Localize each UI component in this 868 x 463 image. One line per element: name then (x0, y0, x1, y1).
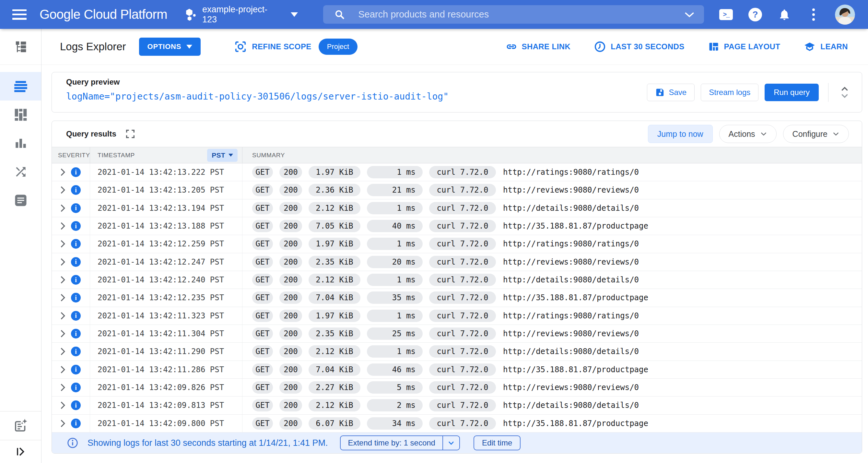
table-row[interactable]: i 2021-01-14 13:42:11.290 PST GET 200 2.… (52, 343, 862, 361)
sidebar-item-release-notes[interactable] (0, 411, 41, 440)
table-row[interactable]: i 2021-01-14 13:42:11.323 PST GET 200 1.… (52, 307, 862, 325)
sidebar-item-histogram[interactable] (0, 129, 41, 158)
status-badge: 200 (279, 364, 302, 376)
status-badge: 200 (279, 310, 302, 322)
actions-button[interactable]: Actions (719, 125, 777, 143)
expand-row-chevron-icon[interactable] (59, 419, 66, 428)
expand-row-chevron-icon[interactable] (59, 222, 66, 230)
expand-panel-icon[interactable] (0, 440, 41, 463)
search-bar[interactable]: Search products and resources (323, 5, 704, 24)
table-row[interactable]: i 2021-01-14 13:42:12.247 PST GET 200 2.… (52, 253, 862, 271)
table-row[interactable]: i 2021-01-14 13:42:09.800 PST GET 200 6.… (52, 415, 862, 433)
sidebar-item-logs[interactable] (0, 72, 41, 100)
brand-logo[interactable]: Google Cloud Platform (39, 7, 167, 22)
learn-button[interactable]: LEARN (804, 40, 848, 53)
cloud-shell-button[interactable]: >_ (719, 7, 733, 22)
table-row[interactable]: i 2021-01-14 13:42:09.813 PST GET 200 2.… (52, 397, 862, 414)
table-row[interactable]: i 2021-01-14 13:42:13.205 PST GET 200 2.… (52, 181, 862, 199)
extend-time-button[interactable]: Extend time by: 1 second (340, 435, 460, 450)
page-title: Logs Explorer (60, 40, 126, 53)
table-row[interactable]: i 2021-01-14 13:42:12.240 PST GET 200 2.… (52, 271, 862, 289)
histogram-icon (14, 136, 28, 150)
options-button[interactable]: OPTIONS (139, 38, 201, 56)
latency-badge: 1 ms (367, 345, 423, 358)
expand-row-chevron-icon[interactable] (59, 294, 66, 302)
method-badge: GET (252, 238, 273, 250)
expand-row-chevron-icon[interactable] (59, 186, 66, 194)
user-agent-badge: curl 7.72.0 (429, 417, 496, 430)
run-query-button[interactable]: Run query (765, 84, 819, 101)
scope-badge[interactable]: Project (319, 38, 358, 55)
table-row[interactable]: i 2021-01-14 13:42:09.826 PST GET 200 2.… (52, 379, 862, 397)
request-url: http://ratings:9080/ratings/0 (503, 239, 639, 248)
avatar[interactable] (835, 4, 855, 25)
extend-time-dropdown[interactable] (442, 436, 459, 450)
log-timestamp: 2021-01-14 13:42:13.194 PST (90, 199, 243, 217)
status-badge: 200 (279, 328, 302, 340)
severity-info-icon: i (71, 382, 81, 392)
more-options-button[interactable] (806, 7, 821, 22)
footer-message: Showing logs for last 30 seconds startin… (88, 438, 328, 448)
request-url: http://reviews:9080/reviews/0 (503, 257, 639, 267)
method-badge: GET (252, 310, 273, 322)
table-row[interactable]: i 2021-01-14 13:42:11.286 PST GET 200 7.… (52, 361, 862, 379)
fullscreen-icon[interactable] (125, 128, 136, 140)
expand-row-chevron-icon[interactable] (59, 401, 66, 409)
sidebar-item-trace[interactable] (0, 158, 41, 186)
log-fields-icon (13, 107, 28, 122)
stream-logs-button[interactable]: Stream logs (701, 84, 758, 101)
refine-scope-button[interactable]: REFINE SCOPE (234, 40, 311, 53)
request-url: http://details:9080/details/0 (503, 275, 639, 284)
save-button[interactable]: Save (647, 84, 695, 101)
chevron-down-icon (291, 12, 298, 17)
project-name: example-project-123 (202, 4, 282, 25)
edit-time-button[interactable]: Edit time (473, 435, 521, 450)
page-layout-button[interactable]: PAGE LAYOUT (708, 41, 780, 53)
expand-row-chevron-icon[interactable] (59, 312, 66, 320)
search-expand-chevron-icon[interactable] (684, 11, 695, 18)
query-text[interactable]: logName="projects/asm-audit-policy-30150… (66, 91, 647, 102)
request-url: http://details:9080/details/0 (503, 204, 639, 213)
severity-info-icon: i (71, 203, 81, 213)
timezone-selector[interactable]: PST (207, 149, 238, 162)
expand-row-chevron-icon[interactable] (59, 240, 66, 248)
notifications-button[interactable] (777, 7, 792, 22)
page-layout-icon (708, 41, 719, 53)
menu-icon[interactable] (12, 9, 27, 20)
time-range-footer: Showing logs for last 30 seconds startin… (52, 433, 862, 453)
table-row[interactable]: i 2021-01-14 13:42:11.304 PST GET 200 2.… (52, 325, 862, 343)
configure-button[interactable]: Configure (783, 125, 849, 143)
table-row[interactable]: i 2021-01-14 13:42:12.259 PST GET 200 1.… (52, 235, 862, 253)
jump-to-now-button[interactable]: Jump to now (648, 125, 713, 143)
table-row[interactable]: i 2021-01-14 13:42:12.235 PST GET 200 7.… (52, 289, 862, 307)
expand-row-chevron-icon[interactable] (59, 383, 66, 392)
size-badge: 7.04 KiB (309, 364, 361, 376)
trace-shuffle-icon (13, 165, 28, 179)
expand-row-chevron-icon[interactable] (59, 258, 66, 266)
severity-info-icon: i (71, 239, 81, 249)
user-agent-badge: curl 7.72.0 (429, 364, 496, 376)
expand-row-chevron-icon[interactable] (59, 347, 66, 356)
expand-row-chevron-icon[interactable] (59, 365, 66, 374)
save-icon (655, 88, 665, 97)
share-link-button[interactable]: SHARE LINK (506, 41, 571, 53)
table-row[interactable]: i 2021-01-14 13:42:13.188 PST GET 200 7.… (52, 217, 862, 235)
expand-row-chevron-icon[interactable] (59, 168, 66, 176)
project-hexagons-icon (185, 8, 197, 21)
sidebar-item-log-fields[interactable] (0, 100, 41, 129)
severity-info-icon: i (71, 347, 81, 356)
latency-badge: 2 ms (367, 399, 423, 411)
expand-row-chevron-icon[interactable] (59, 204, 66, 212)
help-button[interactable]: ? (748, 7, 762, 22)
time-range-button[interactable]: LAST 30 SECONDS (594, 40, 684, 53)
sidebar-item-documentation[interactable] (0, 186, 41, 215)
expand-row-chevron-icon[interactable] (59, 276, 66, 284)
project-switcher[interactable]: example-project-123 (185, 4, 298, 25)
method-badge: GET (252, 399, 273, 411)
size-badge: 2.27 KiB (309, 381, 361, 394)
expand-row-chevron-icon[interactable] (59, 330, 66, 338)
query-editor-expander[interactable] (840, 87, 849, 98)
table-row[interactable]: i 2021-01-14 13:42:13.222 PST GET 200 1.… (52, 163, 862, 181)
table-row[interactable]: i 2021-01-14 13:42:13.194 PST GET 200 2.… (52, 199, 862, 217)
user-agent-badge: curl 7.72.0 (429, 381, 496, 394)
